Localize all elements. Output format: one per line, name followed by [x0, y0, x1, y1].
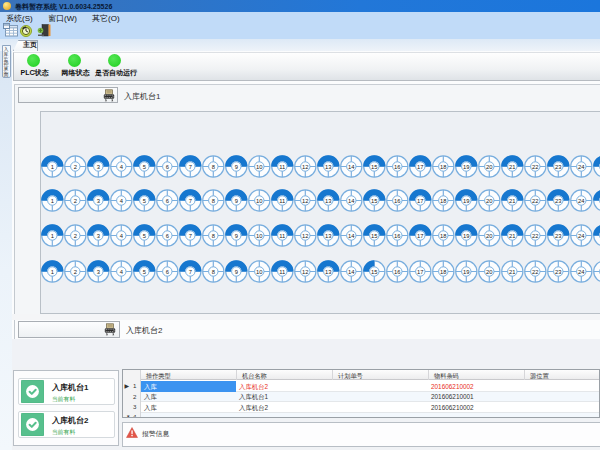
svg-text:1: 1 — [51, 198, 54, 204]
svg-text:20: 20 — [486, 233, 492, 239]
svg-text:23: 23 — [555, 233, 561, 239]
svg-text:22: 22 — [532, 233, 538, 239]
svg-text:5: 5 — [143, 198, 146, 204]
svg-text:18: 18 — [440, 233, 446, 239]
svg-text:6: 6 — [166, 233, 169, 239]
svg-text:16: 16 — [394, 233, 400, 239]
svg-text:2: 2 — [74, 233, 77, 239]
svg-text:14: 14 — [348, 198, 355, 204]
svg-text:18: 18 — [440, 269, 446, 275]
svg-text:22: 22 — [532, 198, 538, 204]
svg-text:20: 20 — [486, 198, 492, 204]
svg-text:6: 6 — [166, 269, 169, 275]
svg-text:19: 19 — [463, 198, 469, 204]
svg-text:20: 20 — [486, 164, 492, 170]
svg-text:10: 10 — [256, 233, 262, 239]
svg-text:12: 12 — [302, 269, 308, 275]
svg-text:21: 21 — [509, 269, 515, 275]
svg-text:11: 11 — [279, 233, 285, 239]
svg-text:19: 19 — [463, 233, 469, 239]
svg-text:17: 17 — [417, 233, 423, 239]
svg-text:1: 1 — [51, 233, 54, 239]
svg-text:9: 9 — [235, 233, 238, 239]
svg-text:13: 13 — [325, 164, 331, 170]
svg-text:24: 24 — [578, 233, 585, 239]
svg-text:21: 21 — [509, 233, 515, 239]
svg-text:5: 5 — [143, 269, 146, 275]
svg-text:24: 24 — [578, 198, 585, 204]
svg-text:2: 2 — [74, 164, 77, 170]
svg-text:16: 16 — [394, 198, 400, 204]
svg-text:3: 3 — [97, 269, 100, 275]
svg-text:14: 14 — [348, 233, 355, 239]
svg-text:3: 3 — [97, 233, 100, 239]
svg-text:9: 9 — [235, 198, 238, 204]
svg-text:8: 8 — [212, 164, 215, 170]
svg-text:7: 7 — [189, 198, 192, 204]
svg-text:16: 16 — [394, 269, 400, 275]
svg-text:15: 15 — [371, 164, 377, 170]
svg-text:17: 17 — [417, 269, 423, 275]
svg-text:21: 21 — [509, 198, 515, 204]
svg-text:10: 10 — [256, 198, 262, 204]
svg-text:18: 18 — [440, 164, 446, 170]
svg-text:19: 19 — [463, 164, 469, 170]
svg-text:15: 15 — [371, 233, 377, 239]
svg-text:22: 22 — [532, 269, 538, 275]
svg-text:18: 18 — [440, 198, 446, 204]
svg-text:12: 12 — [302, 198, 308, 204]
svg-text:5: 5 — [143, 233, 146, 239]
svg-text:22: 22 — [532, 164, 538, 170]
svg-text:8: 8 — [212, 233, 215, 239]
svg-text:3: 3 — [97, 164, 100, 170]
svg-text:1: 1 — [51, 269, 54, 275]
svg-text:15: 15 — [371, 269, 377, 275]
svg-text:21: 21 — [509, 164, 515, 170]
svg-text:2: 2 — [74, 269, 77, 275]
svg-text:10: 10 — [256, 269, 262, 275]
svg-text:6: 6 — [166, 164, 169, 170]
svg-text:11: 11 — [279, 269, 285, 275]
svg-text:11: 11 — [279, 198, 285, 204]
svg-text:11: 11 — [279, 164, 285, 170]
svg-text:14: 14 — [348, 164, 355, 170]
svg-text:1: 1 — [51, 164, 54, 170]
svg-text:15: 15 — [371, 198, 377, 204]
svg-text:12: 12 — [302, 164, 308, 170]
svg-text:13: 13 — [325, 233, 331, 239]
svg-text:13: 13 — [325, 269, 331, 275]
svg-text:23: 23 — [555, 198, 561, 204]
svg-text:17: 17 — [417, 164, 423, 170]
svg-text:16: 16 — [394, 164, 400, 170]
svg-text:14: 14 — [348, 269, 355, 275]
svg-text:5: 5 — [143, 164, 146, 170]
svg-text:3: 3 — [97, 198, 100, 204]
svg-text:20: 20 — [486, 269, 492, 275]
svg-text:13: 13 — [325, 198, 331, 204]
svg-text:2: 2 — [74, 198, 77, 204]
svg-text:12: 12 — [302, 233, 308, 239]
svg-text:9: 9 — [235, 164, 238, 170]
svg-text:24: 24 — [578, 269, 585, 275]
svg-text:8: 8 — [212, 269, 215, 275]
svg-text:10: 10 — [256, 164, 262, 170]
svg-text:7: 7 — [189, 233, 192, 239]
svg-text:24: 24 — [578, 164, 585, 170]
svg-text:9: 9 — [235, 269, 238, 275]
svg-text:6: 6 — [166, 198, 169, 204]
svg-text:23: 23 — [555, 269, 561, 275]
svg-text:19: 19 — [463, 269, 469, 275]
svg-text:7: 7 — [189, 269, 192, 275]
svg-text:8: 8 — [212, 198, 215, 204]
svg-text:23: 23 — [555, 164, 561, 170]
svg-text:7: 7 — [189, 164, 192, 170]
svg-text:17: 17 — [417, 198, 423, 204]
